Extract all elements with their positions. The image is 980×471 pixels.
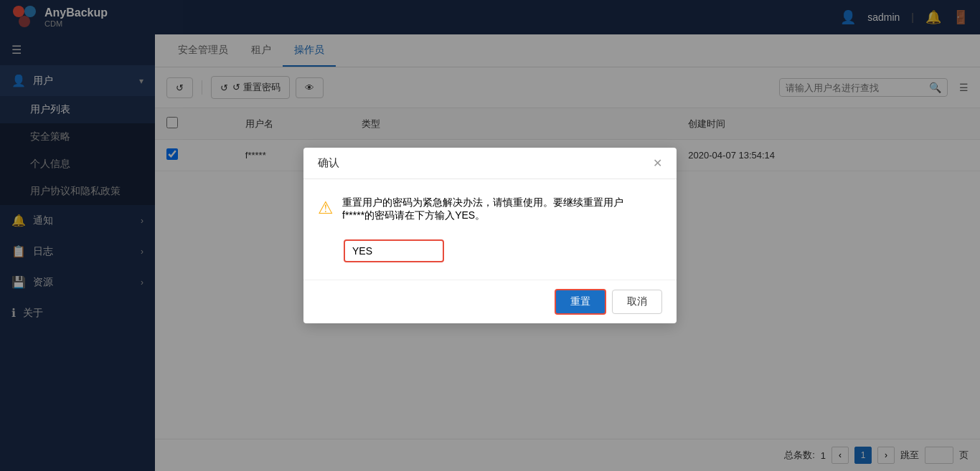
warning-line2: f*****的密码请在下方输入YES。 <box>342 209 623 222</box>
confirm-yes-input[interactable] <box>344 239 444 262</box>
reset-confirm-button[interactable]: 重置 <box>555 289 606 315</box>
cancel-button[interactable]: 取消 <box>612 290 662 314</box>
warning-message: 重置用户的密码为紧急解决办法，请慎重使用。要继续重置用户 f*****的密码请在… <box>342 196 623 222</box>
dialog-footer: 重置 取消 <box>303 280 677 323</box>
dialog-title: 确认 <box>318 156 339 170</box>
confirm-dialog: 确认 ✕ ⚠ 重置用户的密码为紧急解决办法，请慎重使用。要继续重置用户 f***… <box>303 148 677 323</box>
dialog-close-button[interactable]: ✕ <box>653 156 662 170</box>
warning-icon: ⚠ <box>318 198 334 218</box>
dialog-body: ⚠ 重置用户的密码为紧急解决办法，请慎重使用。要继续重置用户 f*****的密码… <box>303 179 677 280</box>
dialog-warning-row: ⚠ 重置用户的密码为紧急解决办法，请慎重使用。要继续重置用户 f*****的密码… <box>318 196 662 222</box>
dialog-header: 确认 ✕ <box>303 148 677 179</box>
modal-overlay: 确认 ✕ ⚠ 重置用户的密码为紧急解决办法，请慎重使用。要继续重置用户 f***… <box>0 0 980 471</box>
warning-line1: 重置用户的密码为紧急解决办法，请慎重使用。要继续重置用户 <box>342 196 623 209</box>
